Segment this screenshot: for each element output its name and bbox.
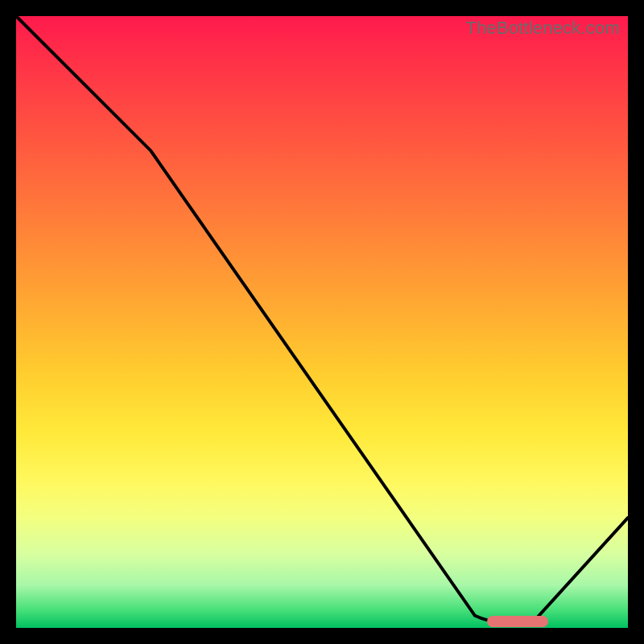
- chart-frame: TheBottleneck.com: [0, 0, 644, 644]
- curve-path: [16, 16, 628, 622]
- chart-plot-area: TheBottleneck.com: [16, 16, 628, 628]
- optimal-range-marker: [487, 616, 548, 627]
- bottleneck-curve: [16, 16, 628, 628]
